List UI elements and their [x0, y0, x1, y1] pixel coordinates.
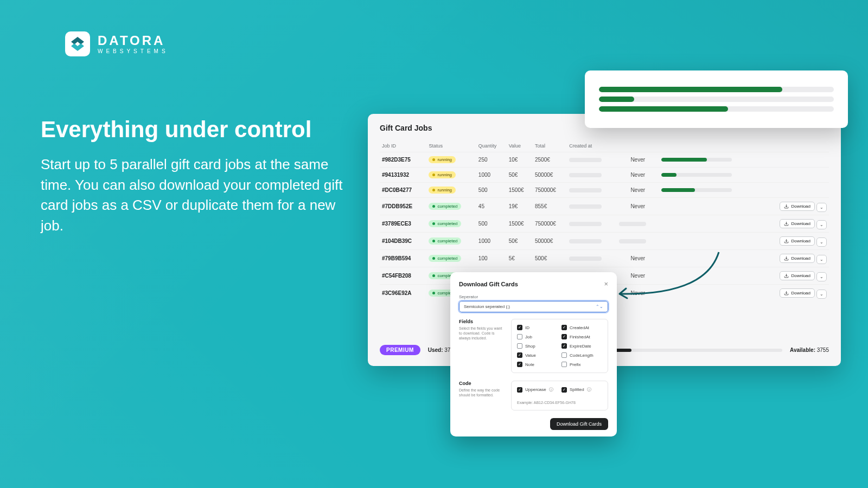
- value-cell: 50€: [507, 233, 533, 250]
- status-badge: running: [426, 168, 476, 183]
- table-row: #104DB39Ccompleted100050€50000€Download⌄: [380, 233, 829, 250]
- status-badge: running: [426, 152, 476, 168]
- field-checkbox[interactable]: ✓Note: [517, 362, 558, 367]
- separator-label: Seperator: [459, 294, 608, 299]
- qty-cell: 250: [476, 152, 507, 168]
- total-cell: 855€: [533, 198, 567, 215]
- field-checkbox[interactable]: Job: [517, 334, 558, 339]
- download-cards-button[interactable]: Download Gift Cards: [550, 418, 608, 430]
- brand-mark-icon: [65, 31, 90, 56]
- value-cell: 5€: [507, 250, 533, 267]
- progress-cell: [659, 198, 760, 215]
- status-badge: completed: [426, 250, 476, 267]
- progress-cell: [659, 250, 760, 267]
- download-caret-button[interactable]: ⌄: [816, 272, 827, 281]
- code-option-checkbox[interactable]: ✓Splittedⓘ: [561, 387, 602, 393]
- created-cell: [567, 198, 617, 215]
- total-cell: 50000€: [533, 168, 567, 183]
- info-icon: ⓘ: [549, 387, 553, 393]
- expires-cell: Never: [617, 183, 659, 198]
- field-checkbox[interactable]: ✓ID: [517, 325, 558, 330]
- code-example: Example: AB12-CD34-EF56-GH78: [517, 401, 602, 404]
- download-button[interactable]: Download: [780, 254, 815, 263]
- download-caret-button[interactable]: ⌄: [816, 203, 827, 212]
- select-caret-icon: ⌃⌄: [596, 304, 603, 309]
- download-button[interactable]: Download: [780, 219, 815, 228]
- created-cell: [567, 168, 617, 183]
- table-header: [760, 140, 829, 152]
- progress-bar: [599, 87, 834, 92]
- total-cell: 2500€: [533, 152, 567, 168]
- download-cell: [760, 183, 829, 198]
- close-icon[interactable]: ×: [604, 280, 608, 288]
- table-row: #DC0B4277running5001500€750000€Never: [380, 183, 829, 198]
- created-cell: [567, 233, 617, 250]
- value-cell: 1500€: [507, 215, 533, 233]
- status-badge: running: [426, 183, 476, 198]
- field-checkbox[interactable]: CodeLength: [561, 352, 602, 358]
- field-checkbox[interactable]: ✓CreatedAt: [561, 325, 602, 330]
- total-cell: 500€: [533, 250, 567, 267]
- table-header: Quantity: [476, 140, 507, 152]
- brand-logo: DATORA WEBSYSTEMS: [65, 31, 169, 56]
- table-header: [659, 140, 760, 152]
- download-cell: [760, 152, 829, 168]
- status-badge: completed: [426, 198, 476, 215]
- download-button[interactable]: Download: [780, 202, 815, 211]
- fields-grid: ✓ID✓CreatedAtJob✓FinishedAtShop✓ExpireDa…: [511, 319, 608, 373]
- separator-select[interactable]: Semicolon seperated (;) ⌃⌄: [459, 301, 608, 312]
- field-checkbox[interactable]: ✓Value: [517, 352, 558, 358]
- job-id-cell: #C54FB208: [380, 267, 426, 285]
- table-header: Created at: [567, 140, 617, 152]
- job-id-cell: #982D3E75: [380, 152, 426, 168]
- code-option-checkbox[interactable]: ✓Uppercaseⓘ: [517, 387, 558, 393]
- download-button[interactable]: Download: [780, 236, 815, 246]
- table-row: #79B9B594completed1005€500€NeverDownload…: [380, 250, 829, 267]
- table-row: #94131932running100050€50000€Never: [380, 168, 829, 183]
- value-cell: 19€: [507, 198, 533, 215]
- fields-heading: Fields: [459, 319, 506, 324]
- download-button[interactable]: Download: [780, 271, 815, 280]
- status-badge: completed: [426, 215, 476, 233]
- field-checkbox[interactable]: ✓FinishedAt: [561, 334, 602, 339]
- expires-cell: Never: [617, 152, 659, 168]
- brand-name: DATORA: [98, 34, 169, 47]
- job-id-cell: #94131932: [380, 168, 426, 183]
- qty-cell: 1000: [476, 168, 507, 183]
- status-badge: completed: [426, 233, 476, 250]
- download-button[interactable]: Download: [780, 288, 815, 298]
- total-cell: 750000€: [533, 183, 567, 198]
- value-cell: 50€: [507, 168, 533, 183]
- total-cell: 750000€: [533, 215, 567, 233]
- modal-title: Download Gift Cards: [459, 281, 518, 287]
- qty-cell: 500: [476, 183, 507, 198]
- hero-body: Start up to 5 parallel gift card jobs at…: [41, 155, 355, 236]
- table-row: #3789ECE3completed5001500€750000€Downloa…: [380, 215, 829, 233]
- created-cell: [567, 215, 617, 233]
- download-caret-button[interactable]: ⌄: [816, 237, 827, 247]
- qty-cell: 1000: [476, 233, 507, 250]
- table-header: Total: [533, 140, 567, 152]
- download-caret-button[interactable]: ⌄: [816, 220, 827, 229]
- job-id-cell: #79B9B594: [380, 250, 426, 267]
- fields-hint: Select the fields you want to download. …: [459, 326, 506, 341]
- progress-cell: [659, 183, 760, 198]
- progress-bar: [599, 97, 834, 102]
- table-header: Value: [507, 140, 533, 152]
- created-cell: [567, 152, 617, 168]
- progress-cell: [659, 168, 760, 183]
- code-heading: Code: [459, 381, 506, 386]
- field-checkbox[interactable]: Shop: [517, 343, 558, 349]
- progress-floater: [585, 70, 848, 128]
- field-checkbox[interactable]: ✓ExpireDate: [561, 343, 602, 349]
- field-checkbox[interactable]: Prefix: [561, 362, 602, 367]
- expires-cell: Never: [617, 198, 659, 215]
- qty-cell: 100: [476, 250, 507, 267]
- progress-cell: [659, 267, 760, 285]
- download-caret-button[interactable]: ⌄: [816, 290, 827, 299]
- created-cell: [567, 250, 617, 267]
- progress-cell: [659, 215, 760, 233]
- download-caret-button[interactable]: ⌄: [816, 255, 827, 264]
- value-cell: 1500€: [507, 183, 533, 198]
- table-header: Status: [426, 140, 476, 152]
